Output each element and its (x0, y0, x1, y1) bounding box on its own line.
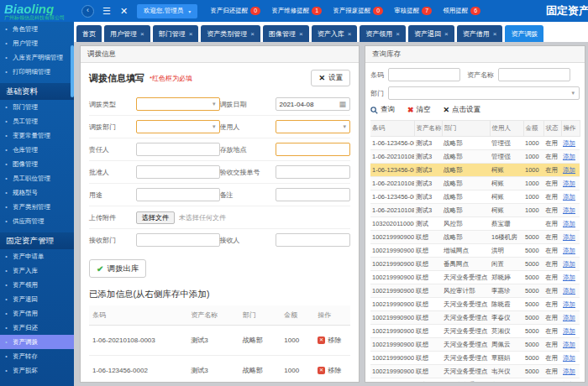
sidebar-item[interactable]: •资产损坏 (0, 363, 74, 378)
tab[interactable]: 资产借用× (457, 25, 503, 42)
text-input[interactable] (136, 143, 220, 156)
settings-button[interactable]: ✕ 设置 (311, 70, 350, 86)
add-link[interactable]: 添加 (563, 287, 575, 295)
table-row[interactable]: 10021999090031联想风控审计部李惠珍5000在用添加 (370, 284, 580, 298)
sidebar-item[interactable]: •资产申请单 (0, 249, 74, 263)
tab[interactable]: 资产类别管理× (201, 25, 260, 42)
table-row[interactable]: 10021999090029联想天河业务受理点韦兴仪5000在用添加 (370, 365, 580, 378)
text-input[interactable] (136, 188, 220, 201)
table-row[interactable]: 10021999090030联想天河业务受理点莫湘仪5000在用添加 (370, 325, 580, 338)
sidebar-item[interactable]: •员工管理 (0, 114, 74, 128)
add-link[interactable]: 添加 (563, 139, 575, 147)
add-link[interactable]: 添加 (563, 247, 575, 254)
sidebar-item[interactable]: •仓库管理 (0, 143, 74, 157)
sidebar-item[interactable]: •入库资产明细管理 (0, 50, 74, 65)
add-link[interactable]: 添加 (563, 220, 575, 227)
remove-button[interactable]: ✕移除 (318, 336, 341, 345)
choose-file-button[interactable]: 选择文件 (136, 211, 175, 224)
notification-badge[interactable]: 资产报废提醒0 (333, 7, 383, 15)
notification-badge[interactable]: 领用提醒6 (443, 7, 480, 15)
add-link[interactable]: 添加 (563, 341, 575, 348)
text-input[interactable] (276, 143, 351, 156)
add-link[interactable]: 添加 (563, 274, 575, 281)
notification-badge[interactable]: 资产维修提醒1 (271, 7, 322, 15)
text-input[interactable] (136, 233, 220, 247)
text-input[interactable] (276, 188, 351, 201)
sidebar-item[interactable]: •资产归还 (0, 321, 74, 335)
sidebar-item[interactable]: •员工职位管理 (0, 171, 74, 185)
text-input[interactable] (276, 233, 351, 247)
remove-button[interactable]: ✕移除 (318, 366, 341, 375)
table-row[interactable]: 1-06-123456-000测试3战略部管理强1000在用添加 (370, 137, 580, 150)
text-input[interactable] (136, 165, 220, 179)
table-row[interactable]: 10320201100007测试风控部蔡宝珊在用添加 (370, 217, 580, 231)
tab[interactable]: 资产调拨 (505, 25, 543, 42)
sidebar-item[interactable]: •资产转存 (0, 349, 74, 363)
clear-button[interactable]: ✖ 清空 (407, 105, 431, 115)
table-row[interactable]: 10021999090030联想天河业务受理点周佩云5000在用添加 (370, 338, 580, 352)
add-link[interactable]: 添加 (563, 381, 575, 383)
add-link[interactable]: 添加 (563, 327, 575, 335)
click-settings-button[interactable]: ✕ 点击设置 (444, 105, 481, 115)
close-icon[interactable]: ✕ (120, 6, 128, 17)
sidebar-item[interactable]: •变更常量管理 (0, 128, 74, 143)
table-row[interactable]: 10021999090029联想天河业务受理点覃丽娟5000在用添加 (370, 352, 580, 365)
add-link[interactable]: 添加 (563, 260, 575, 268)
collapse-sidebar-button[interactable]: ‹ (81, 5, 94, 18)
barcode-input[interactable] (388, 68, 460, 81)
table-row[interactable]: 10021999090031联想天河业务受理点郑晓婷5000在用添加 (370, 271, 580, 284)
tab-close-icon[interactable]: × (189, 30, 193, 38)
menu-icon[interactable]: ☰ (102, 6, 111, 17)
select-field[interactable]: ▾ (276, 120, 351, 133)
tab[interactable]: 用户管理× (104, 25, 150, 42)
tab-close-icon[interactable]: × (250, 30, 255, 38)
select-field[interactable]: ▾ (136, 120, 220, 133)
table-row[interactable]: 1-06-123456-000测试3战略部柯账1000在用添加 (370, 164, 580, 177)
notification-badge[interactable]: 资产归还提醒0 (210, 7, 260, 15)
dept-select[interactable]: ▾ (388, 86, 580, 100)
add-link[interactable]: 添加 (563, 300, 575, 308)
sidebar-item[interactable]: •资产领用 (0, 278, 74, 292)
tab-close-icon[interactable]: × (493, 30, 497, 38)
select-field[interactable]: ▾ (136, 97, 220, 111)
table-row[interactable]: 10021999090034联想战略部16楼机房5000在用添加 (370, 231, 580, 244)
tab-close-icon[interactable]: × (140, 30, 144, 38)
sidebar-item[interactable]: •资产入库 (0, 263, 74, 278)
tab[interactable]: 资产领用× (360, 25, 406, 42)
add-link[interactable]: 添加 (563, 354, 575, 362)
sidebar-item[interactable]: •资产借用 (0, 306, 74, 321)
add-link[interactable]: 添加 (563, 166, 575, 174)
table-row[interactable]: 1-06-20210108-0测试3战略部柯账1000在用添加 (370, 204, 580, 217)
tab[interactable]: 资产退回× (408, 25, 454, 42)
add-link[interactable]: 添加 (563, 368, 575, 375)
add-link[interactable]: 添加 (563, 314, 575, 321)
add-link[interactable]: 添加 (563, 233, 575, 241)
sidebar-item[interactable]: •图像管理 (0, 157, 74, 171)
table-row[interactable]: 1-06-20210108-0测试3战略部管理强1000在用添加 (370, 150, 580, 164)
table-row[interactable]: 1-06-20210108-0测试3战略部柯账1000在用添加 (370, 177, 580, 190)
table-row[interactable]: 10021999090029联想天河业务受理点市区网点人员5000在用添加 (370, 378, 580, 383)
tab-close-icon[interactable]: × (348, 30, 352, 38)
tab[interactable]: 部门管理× (153, 25, 199, 42)
tab[interactable]: 首页 (76, 25, 102, 42)
notification-badge[interactable]: 审核提醒7 (394, 7, 432, 15)
tab-close-icon[interactable]: × (299, 30, 303, 38)
table-row[interactable]: 10021999090033联想番禺网点闲置5000在用添加 (370, 258, 580, 271)
table-row[interactable]: 1-06-123456-000测试3战略部柯账1000在用添加 (370, 190, 580, 204)
add-link[interactable]: 添加 (563, 153, 575, 160)
sidebar-item[interactable]: •规格型号 (0, 185, 74, 200)
sidebar-item[interactable]: •打印明细管理 (0, 65, 74, 79)
add-link[interactable]: 添加 (563, 180, 575, 187)
table-row[interactable]: 10021999090030联想天河业务受理点陈晓霞5000在用添加 (370, 298, 580, 311)
search-button[interactable]: 查询 (370, 105, 395, 115)
add-link[interactable]: 添加 (563, 193, 575, 201)
user-dropdown[interactable]: 欢迎您,管理员 ▾ (137, 4, 197, 18)
add-link[interactable]: 添加 (563, 206, 575, 214)
sidebar-item[interactable]: •供应商管理 (0, 214, 74, 228)
sidebar-item[interactable]: •用户管理 (0, 36, 74, 50)
table-row[interactable]: 10021999090030联想天河业务受理点李春仪5000在用添加 (370, 311, 580, 325)
asset-name-input[interactable] (498, 68, 570, 81)
tab[interactable]: 资产入库× (312, 25, 358, 42)
tab-close-icon[interactable]: × (396, 30, 400, 38)
sidebar-item[interactable]: •资产调拨 (0, 335, 74, 349)
